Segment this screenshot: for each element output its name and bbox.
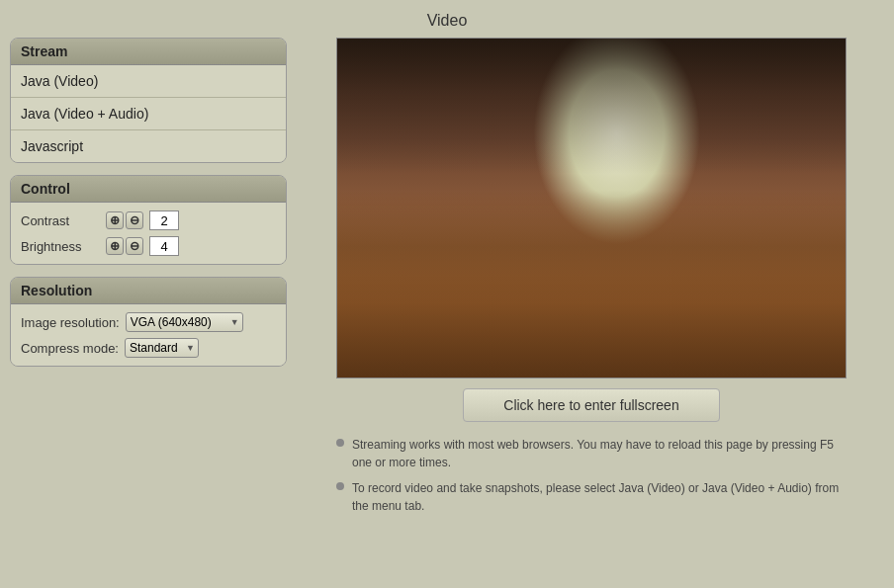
brightness-row: Brightness ⊕ ⊖ bbox=[21, 236, 276, 256]
brightness-label: Brightness bbox=[21, 239, 100, 254]
brightness-value[interactable] bbox=[149, 236, 179, 256]
compress-mode-label: Compress mode: bbox=[21, 341, 119, 356]
contrast-row: Contrast ⊕ ⊖ bbox=[21, 210, 276, 230]
resolution-panel: Resolution Image resolution: VGA (640x48… bbox=[10, 277, 287, 367]
video-overlay-desk bbox=[337, 191, 846, 378]
video-overlay-top bbox=[337, 39, 846, 174]
page-title: Video bbox=[0, 0, 894, 38]
image-resolution-select-wrapper: VGA (640x480) QVGA (320x240) SVGA (800x6… bbox=[126, 312, 243, 332]
video-frame bbox=[336, 38, 847, 378]
brightness-buttons: ⊕ ⊖ bbox=[106, 237, 143, 255]
info-section: Streaming works with most web browsers. … bbox=[336, 432, 847, 527]
image-resolution-label: Image resolution: bbox=[21, 315, 120, 330]
fullscreen-button[interactable]: Click here to enter fullscreen bbox=[463, 388, 720, 422]
left-panel: Stream Java (Video) Java (Video + Audio)… bbox=[10, 38, 287, 527]
contrast-buttons: ⊕ ⊖ bbox=[106, 211, 143, 229]
resolution-header: Resolution bbox=[11, 278, 286, 304]
right-panel: Click here to enter fullscreen Streaming… bbox=[299, 38, 884, 527]
stream-panel: Stream Java (Video) Java (Video + Audio)… bbox=[10, 38, 287, 163]
compress-mode-select-wrapper: Standard High Low bbox=[125, 338, 199, 358]
bullet-2 bbox=[336, 482, 344, 490]
info-text-1: Streaming works with most web browsers. … bbox=[352, 436, 847, 471]
image-resolution-select[interactable]: VGA (640x480) QVGA (320x240) SVGA (800x6… bbox=[126, 312, 243, 332]
control-body: Contrast ⊕ ⊖ Brightness ⊕ ⊖ bbox=[11, 203, 286, 264]
stream-item-java-video-audio[interactable]: Java (Video + Audio) bbox=[11, 98, 286, 130]
stream-item-java-video[interactable]: Java (Video) bbox=[11, 65, 286, 98]
brightness-increment-button[interactable]: ⊕ bbox=[106, 237, 124, 255]
video-canvas bbox=[337, 39, 846, 378]
info-item-1: Streaming works with most web browsers. … bbox=[336, 436, 847, 471]
compress-mode-select[interactable]: Standard High Low bbox=[125, 338, 199, 358]
stream-item-javascript[interactable]: Javascript bbox=[11, 130, 286, 162]
control-panel: Control Contrast ⊕ ⊖ Brightness ⊕ ⊖ bbox=[10, 175, 287, 265]
brightness-decrement-button[interactable]: ⊖ bbox=[126, 237, 143, 255]
bullet-1 bbox=[336, 439, 344, 447]
info-item-2: To record video and take snapshots, plea… bbox=[336, 479, 847, 515]
stream-items: Java (Video) Java (Video + Audio) Javasc… bbox=[11, 65, 286, 162]
control-header: Control bbox=[11, 176, 286, 203]
info-text-2: To record video and take snapshots, plea… bbox=[352, 479, 847, 515]
image-resolution-row: Image resolution: VGA (640x480) QVGA (32… bbox=[21, 312, 276, 332]
stream-header: Stream bbox=[11, 39, 286, 65]
contrast-decrement-button[interactable]: ⊖ bbox=[126, 211, 143, 229]
contrast-label: Contrast bbox=[21, 213, 100, 228]
compress-mode-row: Compress mode: Standard High Low bbox=[21, 338, 276, 358]
contrast-value[interactable] bbox=[149, 210, 179, 230]
resolution-body: Image resolution: VGA (640x480) QVGA (32… bbox=[11, 304, 286, 366]
contrast-increment-button[interactable]: ⊕ bbox=[106, 211, 124, 229]
